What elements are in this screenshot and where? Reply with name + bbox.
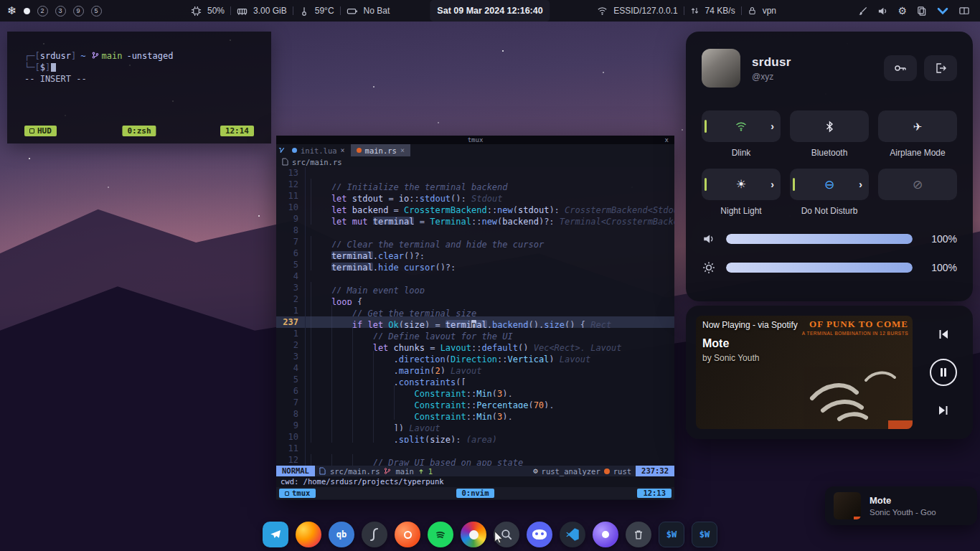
hud-chip[interactable]: HUD	[24, 126, 57, 136]
chevron-right-icon[interactable]: ›	[859, 179, 862, 190]
mouse-cursor	[494, 531, 504, 544]
line-text: terminal.clear()?;	[305, 248, 674, 259]
hud-terminal[interactable]: ┌─[srdusr]~main-unstaged └─[$] -- INSERT…	[7, 32, 271, 143]
lsp-gear-icon: ⚙	[533, 467, 538, 475]
pause-button[interactable]	[930, 359, 957, 386]
tmux-session-chip[interactable]: 0:zsh	[122, 126, 156, 136]
dock-shell-icon[interactable]	[362, 522, 387, 547]
window-close-button[interactable]: x	[665, 136, 669, 144]
window-titlebar: tmux x	[276, 136, 674, 144]
clock[interactable]: Sat 09 Mar 2024 12:16:40	[430, 0, 550, 22]
workspace-5[interactable]: 5	[91, 6, 102, 17]
album-art-corner	[888, 420, 913, 429]
code-line[interactable]: 1// Define layout for the UI	[276, 328, 674, 339]
tmux-window-chip[interactable]: 0:nvim	[456, 489, 495, 498]
code-line[interactable]: 2loop {	[276, 293, 674, 305]
dock-telegram-icon[interactable]	[263, 522, 288, 547]
toggle-blocked[interactable]: ⊘	[878, 169, 957, 200]
chevron-right-icon[interactable]: ›	[771, 121, 774, 132]
album-art[interactable]: OF PUNK TO COME A TERMINAL BOMBINATION I…	[696, 316, 913, 429]
workspace-3[interactable]: 3	[55, 6, 66, 17]
code-line[interactable]: 11let stdout = io::stdout(); Stdout	[276, 190, 674, 202]
dock-qutebrowser-icon[interactable]: qb	[329, 522, 354, 547]
vpn-label[interactable]: vpn	[763, 6, 776, 16]
tab-init-lua[interactable]: init.lua ×	[286, 144, 351, 156]
toggle-wifi-dlink[interactable]: ›	[702, 110, 781, 142]
dock-zen-icon[interactable]	[593, 522, 618, 547]
avatar[interactable]	[702, 49, 740, 88]
code-line[interactable]: 4.margin(2) Layout	[276, 362, 674, 374]
code-area[interactable]: 1312// Initialize the terminal backend11…	[276, 167, 674, 466]
toggle-do-not-disturb[interactable]: ⊖ ›	[790, 169, 869, 200]
code-line[interactable]: 12// Draw UI based on app state	[276, 454, 674, 466]
workspace-9[interactable]: 9	[73, 6, 84, 17]
code-line[interactable]: 6Constraint::Min(3),	[276, 385, 674, 397]
code-line[interactable]: 1// Get the terminal size	[276, 305, 674, 316]
dock-vscode-icon[interactable]	[560, 522, 585, 547]
brightness-fill	[726, 263, 913, 273]
essid[interactable]: ESSID/127.0.0.1	[613, 6, 677, 16]
code-line[interactable]: 237if let Ok(size) = terminal.backend().…	[276, 316, 674, 328]
code-line[interactable]: 3// Main event loop	[276, 282, 674, 293]
previous-track-button[interactable]	[929, 320, 958, 349]
brush-icon[interactable]	[857, 6, 868, 17]
keyring-button[interactable]	[884, 55, 917, 81]
dock-trash-icon[interactable]	[626, 522, 651, 547]
code-line[interactable]: 5.constraints([	[276, 374, 674, 385]
toggle-airplane-mode[interactable]: ✈	[878, 110, 957, 142]
code-line[interactable]: 10let backend = CrosstermBackend::new(st…	[276, 202, 674, 213]
code-line[interactable]: 5terminal.hide_cursor()?;	[276, 259, 674, 270]
center-dot	[602, 531, 609, 538]
code-line[interactable]: 3.direction(Direction::Vertical) Layout	[276, 351, 674, 362]
code-line[interactable]: 9let mut terminal = Terminal::new(backen…	[276, 213, 674, 225]
toggle-bluetooth[interactable]	[790, 110, 869, 142]
tab-close-icon[interactable]: ×	[341, 146, 345, 154]
line-text: // Get the terminal size	[305, 305, 674, 316]
media-controls	[920, 316, 967, 429]
code-line[interactable]: 10.split(size); (area)	[276, 431, 674, 443]
code-line[interactable]: 8	[276, 225, 674, 236]
dock-jetbrains-icon[interactable]	[395, 522, 420, 547]
chevron-right-icon[interactable]: ›	[771, 179, 774, 190]
code-line[interactable]: 8Constraint::Min(3),	[276, 408, 674, 420]
code-line[interactable]: 6terminal.clear()?;	[276, 248, 674, 259]
dock-firefox-icon[interactable]	[296, 522, 321, 547]
tmux-session-chip[interactable]: tmux	[279, 489, 316, 498]
code-line[interactable]: 12// Initialize the terminal backend	[276, 179, 674, 190]
cwd-line: cwd: /home/srdusr/projects/typerpunk	[276, 476, 674, 487]
toggle-night-light[interactable]: ☀ ›	[702, 169, 781, 200]
code-line[interactable]: 9]) Layout	[276, 420, 674, 431]
control-center-chevron-icon[interactable]	[936, 6, 949, 17]
dock-gimp-icon[interactable]	[461, 522, 486, 547]
settings-gear-icon[interactable]: ⚙	[897, 6, 907, 16]
dock-spotify-icon[interactable]	[428, 522, 453, 547]
profile-row: srdusr @xyz	[702, 49, 957, 88]
workspace-2[interactable]: 2	[37, 6, 48, 17]
line-number: 6	[276, 248, 305, 259]
network-cluster: ESSID/127.0.0.1 74 KB/s vpn	[597, 0, 776, 22]
tab-close-icon[interactable]: ×	[400, 146, 405, 154]
layout-monitor-icon[interactable]	[958, 6, 970, 17]
volume-slider[interactable]	[726, 234, 913, 244]
code-line[interactable]: 4	[276, 270, 674, 282]
line-number: 7	[276, 397, 305, 408]
tmux-session-label: 0:zsh	[127, 126, 151, 136]
track-artist: by Sonic Youth	[702, 353, 759, 363]
dock-discord-icon[interactable]	[527, 522, 552, 547]
dock-wterm2-icon[interactable]: $W	[692, 522, 717, 547]
media-notification[interactable]: Mote Sonic Youth - Goo	[825, 486, 977, 525]
code-line[interactable]: 11	[276, 443, 674, 454]
tab-main-rs[interactable]: main.rs ×	[351, 144, 410, 156]
next-track-button[interactable]	[929, 396, 958, 425]
code-line[interactable]: 13	[276, 167, 674, 179]
clipboard-icon[interactable]	[916, 6, 927, 17]
brightness-slider[interactable]	[726, 263, 913, 273]
speaker-icon[interactable]	[877, 6, 888, 17]
dock-wterm-icon[interactable]: $W	[659, 522, 684, 547]
code-line[interactable]: 7// Clear the terminal and hide the curs…	[276, 236, 674, 248]
code-line[interactable]: 2let chunks = Layout::default() Vec<Rect…	[276, 339, 674, 351]
code-line[interactable]: 7Constraint::Percentage(70),	[276, 397, 674, 408]
logout-button[interactable]	[924, 55, 957, 81]
nixos-logo-icon[interactable]: ❄	[7, 4, 17, 17]
workspace-active-indicator[interactable]	[24, 8, 30, 14]
